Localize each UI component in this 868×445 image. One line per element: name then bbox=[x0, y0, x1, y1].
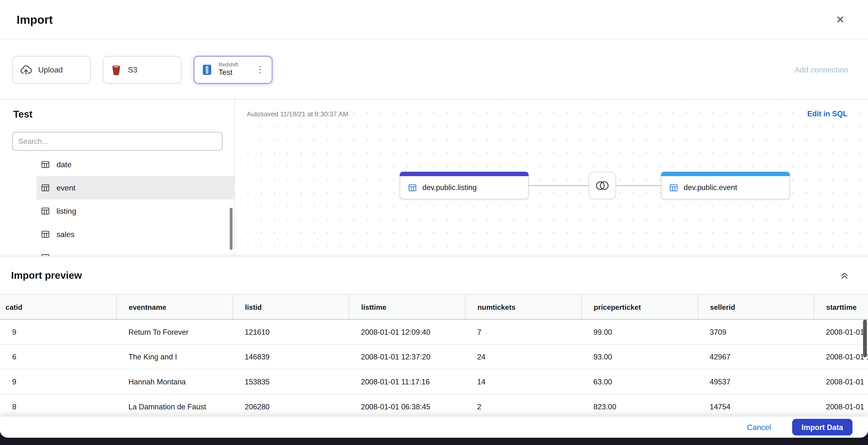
cell: 2008-01-01 bbox=[814, 394, 868, 419]
cell: 7 bbox=[465, 320, 581, 345]
source-tabs: Upload S3 bbox=[0, 40, 868, 99]
cell: Return To Forever bbox=[116, 320, 232, 345]
cell: 2008-01-01 1 bbox=[814, 345, 868, 369]
sidebar-item-event[interactable]: event bbox=[37, 176, 234, 200]
sidebar-item-date[interactable]: date bbox=[37, 153, 234, 176]
table-row: 8 La Damnation de Faust 206280 2008-01-0… bbox=[0, 394, 868, 419]
node-label: dev.public.event bbox=[684, 183, 737, 192]
cell: 121610 bbox=[232, 320, 349, 345]
sidebar-item-label: event bbox=[56, 183, 75, 192]
cell: Hannah Montana bbox=[116, 369, 232, 394]
join-canvas: Autosaved 11/18/21 at 8:30:37 AM Edit in… bbox=[235, 99, 868, 256]
cell: 823.00 bbox=[581, 394, 698, 419]
sidebar-item-label: date bbox=[56, 160, 71, 169]
table-row: 9 Return To Forever 121610 2008-01-01 12… bbox=[0, 320, 868, 345]
tables-list: date event listing bbox=[0, 153, 234, 256]
preview-title: Import preview bbox=[11, 269, 840, 281]
import-preview-panel: Import preview catid bbox=[0, 256, 868, 438]
cloud-upload-icon bbox=[20, 63, 32, 76]
node-label: dev.public.listing bbox=[423, 183, 476, 192]
cell: 93.00 bbox=[581, 345, 698, 369]
cell: 8 bbox=[0, 394, 116, 419]
table-header-row: catid eventname listid listtime numticke… bbox=[0, 295, 868, 320]
cell: 2008-01-01 06:38:45 bbox=[349, 394, 465, 419]
search-input[interactable] bbox=[12, 132, 223, 151]
cell: 206280 bbox=[232, 394, 349, 419]
s3-icon bbox=[111, 63, 122, 76]
cell: 9 bbox=[0, 320, 116, 345]
cell: La Damnation de Faust bbox=[116, 394, 232, 419]
cell: 6 bbox=[0, 345, 116, 369]
cell: 63.00 bbox=[581, 369, 698, 394]
connection-title: Test bbox=[13, 109, 234, 120]
preview-table-wrap: catid eventname listid listtime numticke… bbox=[0, 294, 868, 420]
node-dev-public-listing[interactable]: dev.public.listing bbox=[400, 172, 529, 200]
column-header: numtickets bbox=[465, 295, 581, 320]
cell: 49537 bbox=[698, 369, 814, 394]
table-scrollbar[interactable] bbox=[863, 320, 867, 357]
node-dev-public-event[interactable]: dev.public.event bbox=[661, 172, 790, 200]
table-icon bbox=[41, 183, 50, 192]
tables-sidebar: Test date event bbox=[0, 99, 235, 256]
table-row: 6 The King and I 146839 2008-01-01 12:37… bbox=[0, 345, 868, 369]
join-node[interactable] bbox=[589, 172, 616, 200]
node-accent-bar bbox=[661, 172, 790, 176]
connection-name-label: Test bbox=[219, 68, 250, 78]
table-row: 9 Hannah Montana 153835 2008-01-01 11:17… bbox=[0, 369, 868, 394]
redshift-connection-button[interactable]: Redshift Test ⋮ bbox=[194, 56, 273, 83]
stage: Import ✕ Upload bbox=[0, 0, 868, 445]
cell: 2008-01-01 bbox=[814, 369, 868, 394]
cell: 14 bbox=[465, 369, 581, 394]
preview-table: catid eventname listid listtime numticke… bbox=[0, 294, 868, 420]
cell: 2008-01-01 12:09:40 bbox=[349, 320, 465, 345]
modal-footer: Cancel Import Data bbox=[0, 417, 868, 438]
table-icon bbox=[408, 183, 417, 192]
cell: 14754 bbox=[698, 394, 814, 419]
cancel-button[interactable]: Cancel bbox=[747, 423, 771, 432]
column-header: catid bbox=[0, 295, 116, 320]
redshift-icon bbox=[202, 63, 213, 76]
collapse-double-chevron-icon[interactable] bbox=[840, 271, 849, 280]
cell: 24 bbox=[465, 345, 581, 369]
cell: The King and I bbox=[116, 345, 232, 369]
content-row: Test date event bbox=[0, 99, 868, 256]
sidebar-item-sales[interactable]: sales bbox=[37, 223, 234, 246]
cell: 146839 bbox=[232, 345, 349, 369]
redshift-connection-info: Redshift Test bbox=[219, 62, 250, 78]
sidebar-scrollbar[interactable] bbox=[230, 208, 232, 250]
column-header: eventname bbox=[116, 295, 232, 320]
autosave-status: Autosaved 11/18/21 at 8:30:37 AM bbox=[247, 110, 348, 118]
kebab-menu-icon[interactable]: ⋮ bbox=[256, 64, 265, 75]
add-connection-link[interactable]: Add connection bbox=[795, 65, 848, 74]
cell: 2008-01-01 12:37:20 bbox=[349, 345, 465, 369]
sidebar-item-label: users bbox=[56, 253, 75, 256]
sidebar-item-label: sales bbox=[56, 230, 74, 239]
sidebar-item-listing[interactable]: listing bbox=[37, 200, 234, 223]
connection-type-label: Redshift bbox=[219, 62, 250, 68]
cell: 2 bbox=[465, 394, 581, 419]
import-data-button[interactable]: Import Data bbox=[792, 419, 852, 436]
cell: 3709 bbox=[698, 320, 814, 345]
node-accent-bar bbox=[400, 172, 529, 176]
upload-label: Upload bbox=[38, 65, 63, 74]
column-header: starttime bbox=[814, 295, 868, 320]
table-icon bbox=[41, 230, 50, 239]
sidebar-item-label: listing bbox=[56, 207, 76, 216]
edit-in-sql-link[interactable]: Edit in SQL bbox=[807, 110, 847, 118]
s3-source-button[interactable]: S3 bbox=[103, 56, 182, 83]
column-header: sellerid bbox=[698, 295, 814, 320]
sidebar-item-users[interactable]: users bbox=[37, 246, 234, 256]
preview-header: Import preview bbox=[0, 257, 868, 294]
cell: 2008-01-01 bbox=[814, 320, 868, 345]
page-title: Import bbox=[17, 13, 836, 26]
cell: 153835 bbox=[232, 369, 349, 394]
join-venn-icon bbox=[595, 180, 610, 191]
cell: 2008-01-01 11:17:16 bbox=[349, 369, 465, 394]
modal-header: Import ✕ bbox=[0, 0, 868, 40]
close-icon[interactable]: ✕ bbox=[836, 14, 845, 25]
s3-label: S3 bbox=[128, 65, 137, 74]
column-header: listtime bbox=[349, 295, 465, 320]
cell: 9 bbox=[0, 369, 116, 394]
column-header: priceperticket bbox=[581, 295, 698, 320]
upload-source-button[interactable]: Upload bbox=[12, 56, 91, 83]
